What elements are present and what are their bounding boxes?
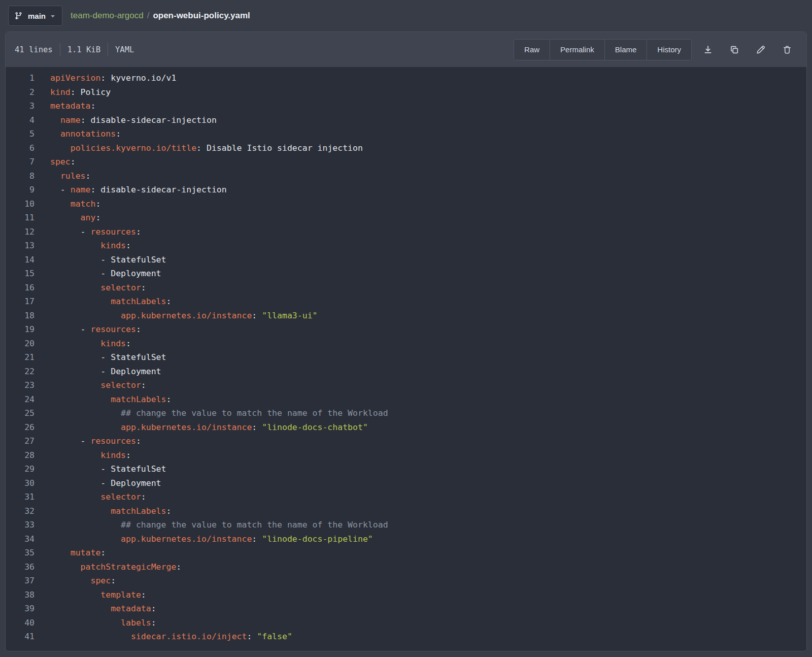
code-text: selector: <box>35 378 146 392</box>
line-number[interactable]: 29 <box>6 462 35 476</box>
line-number[interactable]: 37 <box>6 574 35 588</box>
code-text: app.kubernetes.io/instance: "llama3-ui" <box>35 309 318 323</box>
branch-name: main <box>28 12 46 20</box>
code-text: - Deployment <box>35 365 161 379</box>
line-number[interactable]: 7 <box>6 155 35 169</box>
code-text: rules: <box>35 169 90 183</box>
raw-button[interactable]: Raw <box>514 40 550 60</box>
line-number[interactable]: 15 <box>6 267 35 281</box>
code-text: - StatefulSet <box>35 350 166 365</box>
code-line: 5 annotations: <box>6 127 806 141</box>
code-text: - resources: <box>35 322 141 337</box>
line-number[interactable]: 36 <box>6 560 35 574</box>
code-line: 22 - Deployment <box>6 365 806 379</box>
line-number[interactable]: 8 <box>6 169 35 183</box>
line-number[interactable]: 16 <box>6 281 35 295</box>
line-number[interactable]: 5 <box>6 127 35 141</box>
code-line: 23 selector: <box>6 378 806 392</box>
file-size: 1.1 KiB <box>67 45 100 54</box>
code-line: 1apiVersion: kyverno.io/v1 <box>6 71 806 85</box>
line-number[interactable]: 28 <box>6 448 35 463</box>
code-text: spec: <box>35 574 116 588</box>
blame-button[interactable]: Blame <box>604 40 647 60</box>
copy-button[interactable] <box>724 40 745 60</box>
code-text: metadata: <box>35 99 95 113</box>
code-line: 34 app.kubernetes.io/instance: "linode-d… <box>6 532 806 546</box>
file-lines-count: 41 lines <box>15 45 53 54</box>
code-text: app.kubernetes.io/instance: "linode-docs… <box>35 532 373 546</box>
file-language: YAML <box>115 45 134 54</box>
code-text: match: <box>35 197 100 211</box>
breadcrumb-repo-link[interactable]: team-demo-argocd <box>71 11 144 21</box>
line-number[interactable]: 9 <box>6 183 35 197</box>
code-text: annotations: <box>35 127 121 141</box>
line-number[interactable]: 23 <box>6 378 35 392</box>
line-number[interactable]: 3 <box>6 99 35 113</box>
permalink-button[interactable]: Permalink <box>550 40 604 60</box>
code-line: 14 - StatefulSet <box>6 253 806 267</box>
line-number[interactable]: 26 <box>6 420 35 435</box>
line-number[interactable]: 25 <box>6 406 35 420</box>
code-line: 24 matchLabels: <box>6 392 806 407</box>
code-text: apiVersion: kyverno.io/v1 <box>35 71 176 85</box>
line-number[interactable]: 1 <box>6 71 35 85</box>
code-text: spec: <box>35 155 76 169</box>
line-number[interactable]: 30 <box>6 476 35 490</box>
code-text: metadata: <box>35 602 156 616</box>
line-number[interactable]: 35 <box>6 546 35 560</box>
code-line: 9 - name: disable-sidecar-injection <box>6 183 806 197</box>
line-number[interactable]: 40 <box>6 616 35 630</box>
line-number[interactable]: 34 <box>6 532 35 546</box>
delete-button[interactable] <box>777 40 797 60</box>
code-text: matchLabels: <box>35 504 171 518</box>
line-number[interactable]: 41 <box>6 630 35 644</box>
line-number[interactable]: 12 <box>6 225 35 239</box>
line-number[interactable]: 4 <box>6 113 35 127</box>
code-line: 15 - Deployment <box>6 267 806 281</box>
line-number[interactable]: 33 <box>6 518 35 532</box>
line-number[interactable]: 6 <box>6 141 35 155</box>
line-number[interactable]: 14 <box>6 253 35 267</box>
line-number[interactable]: 27 <box>6 434 35 448</box>
line-number[interactable]: 17 <box>6 294 35 309</box>
code-line: 13 kinds: <box>6 239 806 253</box>
line-number[interactable]: 32 <box>6 504 35 518</box>
line-number[interactable]: 13 <box>6 239 35 253</box>
history-button[interactable]: History <box>647 40 691 60</box>
line-number[interactable]: 31 <box>6 490 35 504</box>
line-number[interactable]: 39 <box>6 602 35 616</box>
file-info: 41 lines 1.1 KiB YAML <box>15 43 134 56</box>
code-text: kind: Policy <box>35 85 111 100</box>
code-text: mutate: <box>35 546 106 560</box>
code-line: 37 spec: <box>6 574 806 588</box>
code-line: 2kind: Policy <box>6 85 806 100</box>
code-line: 18 app.kubernetes.io/instance: "llama3-u… <box>6 309 806 323</box>
code-text: matchLabels: <box>35 392 171 407</box>
code-line: 35 mutate: <box>6 546 806 560</box>
code-text: - resources: <box>35 434 141 448</box>
download-button[interactable] <box>698 40 718 60</box>
line-number[interactable]: 11 <box>6 211 35 225</box>
code-text: policies.kyverno.io/title: Disable Istio… <box>35 141 363 155</box>
code-text: ## change the value to match the name of… <box>35 406 388 420</box>
line-number[interactable]: 21 <box>6 350 35 365</box>
line-number[interactable]: 22 <box>6 365 35 379</box>
line-number[interactable]: 24 <box>6 392 35 407</box>
code-text: selector: <box>35 281 146 295</box>
code-text: kinds: <box>35 448 131 463</box>
line-number[interactable]: 10 <box>6 197 35 211</box>
file-view-box: 41 lines 1.1 KiB YAML Raw Permalink Blam… <box>5 31 807 651</box>
line-number[interactable]: 18 <box>6 309 35 323</box>
chevron-down-icon <box>50 14 55 18</box>
code-line: 41 sidecar.istio.io/inject: "false" <box>6 630 806 644</box>
file-view-button-group: Raw Permalink Blame History <box>514 39 692 60</box>
code-line: 32 matchLabels: <box>6 504 806 518</box>
line-number[interactable]: 2 <box>6 85 35 100</box>
code-text: sidecar.istio.io/inject: "false" <box>35 630 292 644</box>
line-number[interactable]: 20 <box>6 337 35 351</box>
code-text: - StatefulSet <box>35 253 166 267</box>
line-number[interactable]: 19 <box>6 322 35 337</box>
branch-selector[interactable]: main <box>8 6 62 26</box>
edit-button[interactable] <box>751 40 771 60</box>
line-number[interactable]: 38 <box>6 588 35 602</box>
